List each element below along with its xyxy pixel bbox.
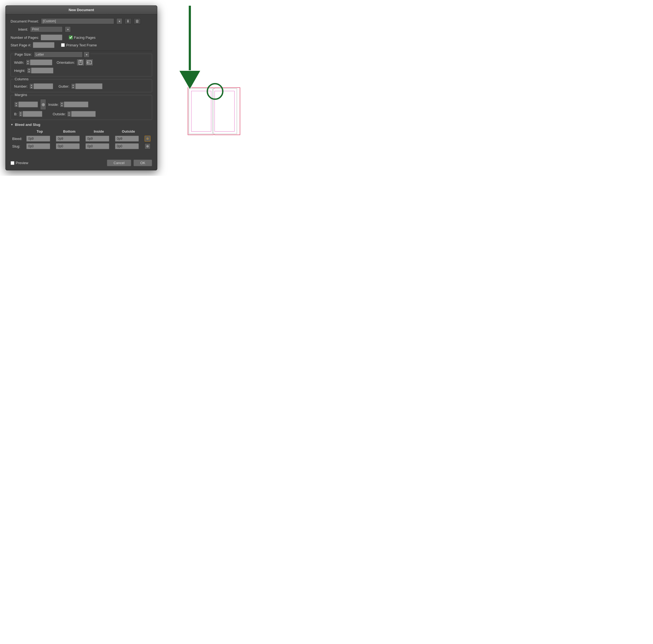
start-page-input[interactable]	[33, 42, 54, 48]
portrait-button[interactable]	[76, 59, 84, 66]
delete-preset-button[interactable]: 🗑	[134, 18, 141, 24]
preview-checkbox[interactable]	[10, 161, 15, 165]
preset-row: Document Preset: [Custom] ▾ ⬇ 🗑	[10, 18, 152, 24]
margins-content: ▲ ▼ ⊕ Inside:	[14, 99, 149, 117]
bleed-outside-input[interactable]	[115, 136, 139, 142]
width-spinner: ▲ ▼	[26, 59, 52, 65]
height-label: Height:	[14, 69, 25, 73]
margin-top-inside-row: ▲ ▼ ⊕ Inside:	[14, 99, 149, 110]
inside-label: Inside:	[48, 102, 58, 106]
columns-row: Number: ▲ ▼ Gutter:	[14, 83, 149, 89]
slug-bottom-input[interactable]	[56, 143, 80, 149]
height-spinner-btn[interactable]: ▲ ▼	[27, 68, 31, 73]
facing-pages-checkbox-label[interactable]: Facing Pages	[69, 35, 96, 40]
page-size-dropdown-arrow[interactable]: ▾	[83, 51, 90, 57]
preset-select[interactable]: [Custom]	[41, 18, 114, 24]
margin-bottom-input[interactable]	[23, 111, 42, 117]
bottom-label: B:	[14, 112, 17, 116]
page-preview	[187, 87, 241, 152]
save-preset-button[interactable]: ⬇	[124, 18, 131, 24]
bleed-label: Bleed:	[11, 135, 25, 142]
bleed-slug-header: ▼ Bleed and Slug	[10, 123, 152, 127]
orientation-label: Orientation:	[57, 61, 75, 65]
margin-top-spinner-btn[interactable]: ▲ ▼	[14, 101, 19, 108]
pages-left: Number of Pages:	[10, 34, 63, 41]
footer-right: Cancel OK	[107, 160, 152, 166]
start-page-left: Start Page #:	[10, 42, 54, 48]
primary-text-frame-checkbox-label[interactable]: Primary Text Frame	[61, 43, 97, 47]
gutter-spinner: ▲ ▼	[71, 83, 102, 89]
ok-button[interactable]: OK	[134, 160, 152, 166]
width-spinner-btn[interactable]: ▲ ▼	[26, 59, 30, 65]
margin-bottom-outside-row: B: ▲ ▼ Outside:	[14, 111, 149, 117]
bleed-row: Bleed: ⊕	[11, 135, 151, 142]
margin-inside-spinner-btn[interactable]: ▲ ▼	[60, 101, 64, 108]
svg-point-7	[87, 62, 88, 63]
intent-row: Intent: Print ▾	[10, 26, 152, 32]
facing-pages-text: Facing Pages	[74, 35, 96, 40]
gutter-spinner-btn[interactable]: ▲ ▼	[71, 83, 75, 89]
dialog-title: New Document	[6, 6, 157, 15]
gutter-input[interactable]	[75, 83, 102, 89]
columns-number-input[interactable]	[33, 83, 53, 89]
bleed-slug-collapse-arrow[interactable]: ▼	[10, 123, 13, 126]
margin-outside-input[interactable]	[71, 111, 96, 117]
margin-inside-input[interactable]	[64, 101, 89, 108]
gutter-group: Gutter: ▲ ▼	[58, 83, 102, 89]
columns-number-spinner-btn[interactable]: ▲ ▼	[29, 83, 33, 89]
preview-panel	[165, 11, 241, 152]
preset-label: Document Preset:	[10, 19, 39, 23]
height-spinner: ▲ ▼	[27, 68, 53, 73]
width-input[interactable]	[30, 59, 52, 65]
intent-select[interactable]: Print	[30, 26, 63, 32]
margins-section: Margins ▲ ▼	[10, 95, 152, 120]
width-height-row: Width: ▲ ▼ Orientation:	[14, 59, 149, 66]
slug-inside-input[interactable]	[86, 143, 109, 149]
preview-checkbox-label[interactable]: Preview	[10, 161, 28, 165]
page-preview-container	[187, 87, 241, 152]
slug-outside-input[interactable]	[115, 143, 139, 149]
facing-pages-checkbox[interactable]	[69, 35, 73, 39]
footer-left: Preview	[10, 161, 105, 165]
intent-label: Intent:	[10, 27, 28, 31]
svg-marker-11	[179, 71, 201, 90]
height-input[interactable]	[31, 68, 53, 73]
bleed-inside-input[interactable]	[86, 136, 109, 142]
margin-outside-spinner-btn[interactable]: ▲ ▼	[67, 111, 71, 117]
columns-number-label: Number:	[14, 85, 28, 89]
slug-link-button[interactable]: ⊕	[145, 143, 150, 149]
page-size-label: Page Size: Letter ▾	[14, 51, 91, 57]
margin-inside-group: Inside: ▲ ▼	[48, 101, 89, 108]
number-of-pages-input[interactable]	[41, 34, 63, 41]
width-label: Width:	[14, 61, 24, 65]
bleed-slug-title: Bleed and Slug	[15, 123, 41, 127]
margin-inside-spinner: ▲ ▼	[60, 101, 89, 108]
orientation-buttons	[76, 59, 93, 66]
link-icon-center: ⊕	[40, 99, 46, 110]
margin-bottom-spinner: ▲ ▼	[19, 111, 42, 117]
col-outside: Outside	[114, 129, 143, 135]
start-page-label: Start Page #:	[10, 43, 31, 47]
bleed-top-input[interactable]	[26, 136, 50, 142]
margin-top-input[interactable]	[19, 101, 38, 108]
margin-bottom-group: B: ▲ ▼	[14, 111, 42, 117]
landscape-button[interactable]	[85, 59, 93, 66]
margin-link-button[interactable]: ⊕	[40, 99, 46, 110]
preset-dropdown-arrow[interactable]: ▾	[116, 18, 122, 24]
bleed-bottom-input[interactable]	[56, 136, 80, 142]
margin-bottom-spinner-btn[interactable]: ▲ ▼	[19, 111, 23, 117]
start-page-row: Start Page #: Primary Text Frame	[10, 42, 152, 48]
orientation-group: Orientation:	[57, 59, 93, 66]
slug-top-input[interactable]	[26, 143, 50, 149]
page-size-section: Page Size: Letter ▾ Width: ▲	[10, 54, 152, 76]
svg-point-3	[80, 61, 81, 61]
primary-text-right: Primary Text Frame	[61, 43, 97, 47]
cancel-button[interactable]: Cancel	[107, 160, 131, 166]
gutter-label: Gutter:	[58, 85, 69, 89]
bleed-link-button[interactable]: ⊕	[145, 136, 150, 142]
intent-dropdown-arrow[interactable]: ▾	[65, 26, 71, 32]
margin-top-spinner: ▲ ▼	[14, 101, 38, 108]
columns-number-spinner: ▲ ▼	[29, 83, 53, 89]
primary-text-frame-checkbox[interactable]	[61, 43, 65, 47]
page-size-select[interactable]: Letter	[34, 51, 83, 57]
